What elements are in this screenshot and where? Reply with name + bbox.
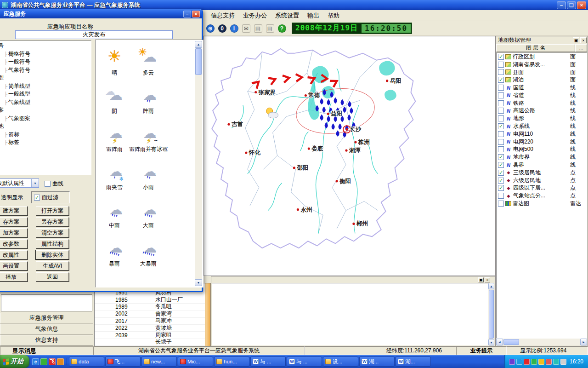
dialog-close-button[interactable]: ×: [192, 11, 200, 17]
layer-checkbox[interactable]: [498, 146, 504, 152]
face-filter-checkbox[interactable]: ✓ 面过滤: [34, 194, 58, 201]
tree-item-2[interactable]: ├一般符号: [0, 58, 91, 66]
layer-row-地市界[interactable]: ✓N地市界线: [497, 153, 587, 161]
tree-item-5[interactable]: ├简单线型: [0, 82, 91, 91]
layer-row-雷达图[interactable]: 雷达图雷达: [497, 200, 587, 207]
weather-item-1[interactable]: ☀☁多云: [131, 43, 165, 81]
weather-item-11[interactable]: ☁’’’’’’大暴雨: [131, 234, 165, 272]
layer-row-国道[interactable]: N国道线: [497, 84, 587, 92]
weather-item-6[interactable]: ☁’❄雨夹雪: [97, 157, 131, 196]
layer-row-三级居民地[interactable]: ✓◆三级居民地点: [497, 169, 587, 177]
menu-item-2[interactable]: 系统设置: [271, 11, 303, 21]
layer-checkbox[interactable]: [498, 92, 504, 98]
tree-item-8[interactable]: 案: [0, 106, 91, 115]
table-row-6[interactable]: 2039周家咀: [95, 332, 210, 339]
table-row-2[interactable]: 1989冬瓜咀: [95, 304, 210, 310]
weather-item-5[interactable]: ☁⚡••雷阵雨并有冰雹: [131, 119, 165, 157]
task-button-1[interactable]: 飞...: [105, 356, 141, 367]
layers-hscrollbar[interactable]: ◄ ►: [496, 339, 587, 345]
weather-item-4[interactable]: ☁⚡雷阵雨: [97, 119, 131, 157]
scroll-thumb[interactable]: [195, 48, 202, 75]
button-改参数[interactable]: 改参数: [0, 239, 28, 248]
layer-checkbox[interactable]: [498, 100, 504, 106]
tray-icon-2[interactable]: [524, 359, 530, 365]
layer-checkbox[interactable]: ✓: [498, 54, 504, 60]
weather-item-2[interactable]: ☁☁阴: [97, 81, 131, 119]
toolbar-mail-icon-button[interactable]: ✉: [241, 23, 251, 34]
layers-close-button[interactable]: ×: [580, 37, 587, 43]
toolbar-printer2-icon-button[interactable]: ▤: [265, 23, 275, 34]
media-icon[interactable]: [57, 358, 64, 365]
layer-row-湖泊[interactable]: ✓湖泊面: [497, 76, 587, 84]
layer-row-县界[interactable]: ✓N县界线: [497, 161, 587, 169]
task-button-8[interactable]: W湖...: [359, 356, 395, 367]
button-另存方案[interactable]: 另存方案: [36, 217, 69, 226]
task-button-0[interactable]: data: [69, 356, 104, 367]
vscroll-thumb[interactable]: [489, 290, 494, 339]
layer-row-地形[interactable]: N地形线: [497, 115, 587, 122]
table-row-5[interactable]: 2022黄坡塘: [95, 325, 210, 332]
tree-item-0[interactable]: 号: [0, 42, 91, 50]
layer-checkbox[interactable]: ✓: [498, 162, 504, 168]
toolbar-help-icon-button[interactable]: ?: [277, 23, 287, 34]
layer-checkbox[interactable]: ✓: [498, 154, 504, 160]
task-button-5[interactable]: W与 ...: [250, 356, 286, 367]
pin-icon[interactable]: ▣: [573, 37, 579, 43]
station-table-scrollbar[interactable]: [205, 283, 210, 346]
layer-checkbox[interactable]: ✓: [498, 170, 504, 176]
menu-item-4[interactable]: 帮助: [323, 11, 344, 21]
menu-item-0[interactable]: 信息支持: [207, 11, 239, 21]
layers-header-label[interactable]: 图 层 名: [496, 44, 575, 52]
close-button[interactable]: ×: [577, 1, 586, 9]
tree-item-3[interactable]: ├气象符号: [0, 66, 91, 75]
project-name-input[interactable]: [15, 30, 173, 39]
layer-checkbox[interactable]: [498, 201, 504, 207]
toolbar-globe-icon-button[interactable]: ⊕: [205, 23, 215, 34]
layer-checkbox[interactable]: [498, 69, 504, 75]
layer-checkbox[interactable]: [498, 108, 504, 114]
scroll-up-icon[interactable]: ▲: [195, 41, 202, 48]
layer-checkbox[interactable]: ✓: [498, 185, 504, 191]
button-画设置[interactable]: 画设置: [0, 261, 28, 270]
weather-scrollbar[interactable]: ▲ ▼: [195, 41, 202, 286]
menu-item-1[interactable]: 业务办公: [239, 11, 271, 21]
toolbar-info-icon-button[interactable]: i: [229, 23, 239, 34]
tray-icon-3[interactable]: [531, 359, 537, 365]
table-row-3[interactable]: 2002曾家湾: [95, 310, 210, 317]
tree-item-11[interactable]: ├箭标: [0, 131, 91, 139]
transparent-checkbox[interactable]: 透明显示: [0, 194, 23, 201]
default-attr-dropdown[interactable]: 改默认属性 ▼: [0, 178, 39, 188]
layer-row-电网110[interactable]: N电网110线: [497, 130, 587, 138]
scroll-left-icon[interactable]: ◄: [496, 339, 503, 345]
layer-checkbox[interactable]: ✓: [498, 77, 504, 83]
tray-icon-0[interactable]: [509, 359, 515, 365]
scroll-right-icon[interactable]: ►: [580, 339, 587, 345]
table-row-4[interactable]: 2017马家冲: [95, 318, 210, 325]
weather-item-8[interactable]: ☁’’’中雨: [97, 196, 131, 234]
layer-checkbox[interactable]: [498, 62, 504, 68]
task-button-4[interactable]: hun...: [214, 356, 249, 367]
tree-item-4[interactable]: 型: [0, 74, 91, 82]
emergency-service-mgmt-button[interactable]: 应急服务管理: [0, 313, 93, 323]
scroll-up-icon[interactable]: ▲: [488, 283, 494, 289]
button-改属性[interactable]: 改属性: [0, 250, 28, 259]
tray-icon-1[interactable]: [516, 359, 522, 365]
button-打开方案[interactable]: 打开方案: [36, 206, 69, 215]
weather-info-button[interactable]: 气象信息: [0, 324, 93, 334]
tray-icon-4[interactable]: [538, 359, 544, 365]
layer-checkbox[interactable]: [498, 85, 504, 91]
button-加方案[interactable]: 加方案: [0, 228, 28, 237]
layer-row-县面[interactable]: 县面面: [497, 69, 587, 76]
button-存方案[interactable]: 存方案: [0, 217, 28, 226]
curve-checkbox[interactable]: 曲线: [45, 180, 63, 188]
message-close-button[interactable]: ×: [485, 277, 490, 282]
task-button-2[interactable]: new...: [141, 356, 177, 367]
button-属性结构[interactable]: 属性结构: [36, 239, 69, 248]
weather-item-10[interactable]: ☁’’’’’暴雨: [97, 234, 131, 272]
layer-row-四级以下居...[interactable]: ✓◆四级以下居...点: [497, 184, 587, 192]
tree-item-10[interactable]: 他: [0, 122, 91, 131]
layer-row-气象站点分...[interactable]: ◆气象站点分...点: [497, 192, 587, 200]
tree-item-6[interactable]: ├一般线型: [0, 90, 91, 98]
layer-checkbox[interactable]: [498, 131, 504, 137]
task-button-3[interactable]: Mic...: [178, 356, 213, 367]
